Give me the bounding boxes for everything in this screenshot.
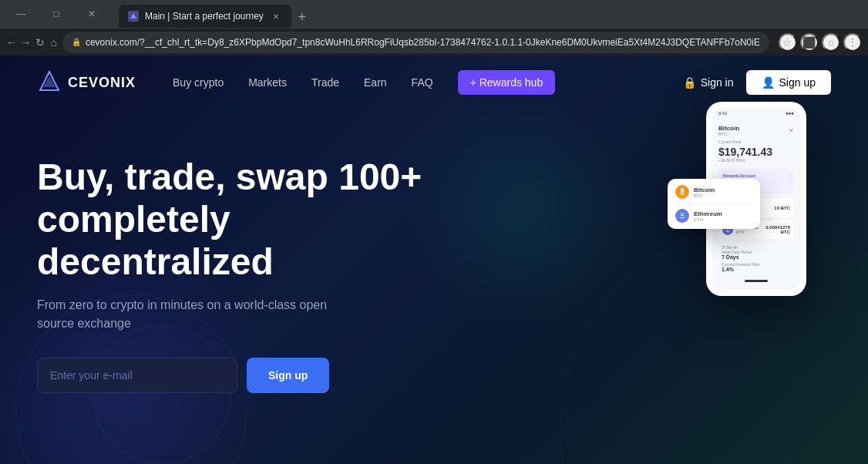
- nav-earn[interactable]: Earn: [364, 76, 387, 89]
- phone-mockup: 9:41 ●●● Bitcoin BTC ✕ Current Price $19…: [706, 102, 806, 296]
- menu-button[interactable]: ⋮: [843, 33, 862, 52]
- new-tab-button[interactable]: +: [291, 6, 313, 28]
- signin-label: Sign in: [701, 76, 734, 89]
- phone-time: 9:41: [718, 111, 728, 116]
- tab-title: Main | Start a perfect journey: [145, 11, 264, 22]
- float-eth-row: Ξ Ethereum ETH: [675, 203, 752, 223]
- nav-links: Buy crypto Markets Trade Earn FAQ + Rewa…: [173, 70, 683, 95]
- logo: CEVONIX: [37, 70, 136, 95]
- price-change: +36.38 (0.85%): [718, 158, 794, 163]
- hold-info: 25 Month Initial Hold Period 7 Days Curr…: [718, 242, 794, 275]
- float-btc-row: ₿ Bitcoin BTC: [675, 185, 752, 199]
- btc-amount: 19 BTC: [774, 206, 790, 210]
- signup-label: Sign up: [779, 76, 816, 89]
- rewards-hub-button[interactable]: + Rewards hub: [458, 70, 556, 95]
- url-text: cevonix.com/?__cf_chl_rt_tk=Dy8_z6XPbpMd…: [86, 37, 760, 48]
- navbar: CEVONIX Buy crypto Markets Trade Earn FA…: [0, 55, 868, 109]
- logo-text: CEVONIX: [68, 75, 136, 91]
- price-label: Current Price: [718, 140, 794, 144]
- rate-value: 1.4%: [722, 267, 791, 272]
- float-eth-info: Ethereum ETH: [694, 210, 722, 222]
- tab-favicon: [128, 11, 139, 22]
- refresh-button[interactable]: ↻: [34, 33, 45, 52]
- hero-form: Sign up: [37, 358, 831, 393]
- eth-ticker: ETH: [736, 230, 758, 234]
- maximize-button[interactable]: □: [39, 0, 74, 28]
- extensions-button[interactable]: ⬛: [800, 33, 819, 52]
- svg-marker-0: [130, 13, 136, 18]
- home-button[interactable]: ⌂: [49, 33, 59, 52]
- close-icon[interactable]: ✕: [789, 127, 794, 134]
- minimize-button[interactable]: —: [3, 0, 39, 28]
- float-btc-icon: ₿: [675, 185, 689, 199]
- lock-icon-small: 🔒: [683, 76, 696, 89]
- hero-signup-button[interactable]: Sign up: [247, 358, 329, 393]
- nav-faq[interactable]: FAQ: [412, 76, 433, 89]
- signup-button[interactable]: 👤 Sign up: [746, 70, 831, 95]
- nav-trade[interactable]: Trade: [311, 76, 339, 89]
- nav-right: 🔒 Sign in 👤 Sign up: [683, 70, 831, 95]
- phone-signal: ●●●: [786, 111, 794, 116]
- signin-button[interactable]: 🔒 Sign in: [683, 76, 734, 89]
- rate-section: Current Rewards Rate 1.4%: [722, 262, 791, 272]
- float-eth-icon: Ξ: [675, 209, 689, 223]
- address-bar[interactable]: 🔒 cevonix.com/?__cf_chl_rt_tk=Dy8_z6XPbp…: [62, 32, 769, 53]
- user-icon: 👤: [762, 76, 775, 89]
- browser-tab[interactable]: Main | Start a perfect journey ✕: [119, 5, 291, 28]
- site-content: CEVONIX Buy crypto Markets Trade Earn FA…: [0, 55, 868, 464]
- nav-markets[interactable]: Markets: [248, 76, 287, 89]
- float-card: ₿ Bitcoin BTC Ξ Ethereum ETH: [668, 179, 760, 229]
- float-btc-info: Bitcoin BTC: [694, 187, 715, 198]
- close-button[interactable]: ✕: [74, 0, 109, 28]
- current-price: $19,741.43: [718, 146, 794, 158]
- phone-status-bar: 9:41 ●●●: [712, 108, 800, 119]
- email-input[interactable]: [37, 358, 237, 393]
- logo-icon: [37, 70, 62, 95]
- coin-header: Bitcoin BTC ✕: [718, 125, 794, 136]
- eth-amount: 0.00041279 BTC: [761, 225, 790, 234]
- nav-buy-crypto[interactable]: Buy crypto: [173, 76, 224, 89]
- float-btc-name: Bitcoin: [694, 187, 715, 193]
- lock-icon: 🔒: [72, 38, 81, 46]
- tab-close-icon[interactable]: ✕: [270, 10, 282, 22]
- hero-title: Buy, trade, swap 100+ completely decentr…: [37, 156, 469, 284]
- forward-button[interactable]: →: [20, 33, 31, 52]
- coin-name: Bitcoin: [718, 125, 739, 132]
- float-eth-ticker: ETH: [694, 217, 722, 222]
- back-button[interactable]: ←: [6, 33, 17, 52]
- hold-period-value: 7 Days: [722, 254, 791, 260]
- float-btc-ticker: BTC: [694, 193, 715, 198]
- hero-subtitle: From zero to crypto in minutes on a worl…: [37, 296, 330, 333]
- browser-chrome: — □ ✕ Main | Start a perfect journey ✕ +…: [0, 0, 868, 55]
- bookmark-button[interactable]: ☆: [779, 33, 797, 52]
- home-indicator: [745, 280, 768, 282]
- coin-ticker: BTC: [718, 132, 739, 136]
- float-eth-name: Ethereum: [694, 210, 722, 217]
- profile-button[interactable]: ○: [822, 33, 840, 52]
